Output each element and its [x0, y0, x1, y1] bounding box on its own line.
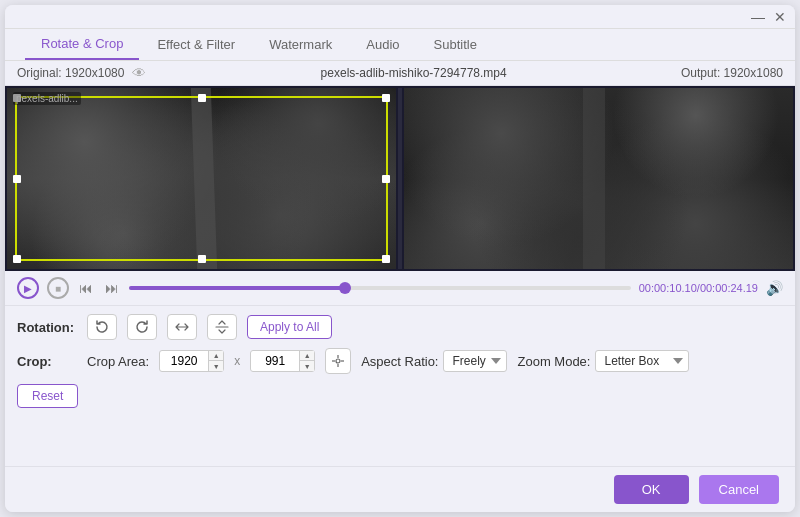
seek-progress — [129, 286, 345, 290]
x-separator: x — [234, 354, 240, 368]
tab-rotate-crop[interactable]: Rotate & Crop — [25, 29, 139, 60]
rotation-label: Rotation: — [17, 320, 77, 335]
zoom-mode-group: Zoom Mode: Letter Box Pan & Scan Full Sc… — [517, 350, 689, 372]
rotate-left-button[interactable] — [87, 314, 117, 340]
crop-area-label: Crop Area: — [87, 354, 149, 369]
aspect-ratio-label: Aspect Ratio: — [361, 354, 438, 369]
crop-width-down[interactable]: ▼ — [209, 361, 223, 371]
stop-button[interactable]: ■ — [47, 277, 69, 299]
zoom-mode-select[interactable]: Letter Box Pan & Scan Full Screen — [595, 350, 689, 372]
cancel-button[interactable]: Cancel — [699, 475, 779, 504]
tab-watermark[interactable]: Watermark — [253, 30, 348, 59]
aspect-ratio-select[interactable]: Freely 16:9 4:3 1:1 — [443, 350, 507, 372]
apply-to-all-button[interactable]: Apply to All — [247, 315, 332, 339]
video-panel-left: pexels-adlib... — [7, 88, 396, 269]
time-current: 00:00:10.10 — [639, 282, 697, 294]
seek-bar[interactable] — [129, 286, 631, 290]
center-crop-button[interactable] — [325, 348, 351, 374]
crop-label: Crop: — [17, 354, 77, 369]
footer: OK Cancel — [5, 466, 795, 512]
crop-height-up[interactable]: ▲ — [300, 351, 314, 361]
volume-icon[interactable]: 🔊 — [766, 280, 783, 296]
center-icon — [331, 354, 345, 368]
rotate-right-icon — [135, 320, 149, 334]
playback-controls: ▶ ■ ⏮ ⏭ 00:00:10.10/00:00:24.19 🔊 — [5, 271, 795, 306]
ok-button[interactable]: OK — [614, 475, 689, 504]
tabs-bar: Rotate & Crop Effect & Filter Watermark … — [5, 29, 795, 61]
tab-subtitle[interactable]: Subtitle — [418, 30, 493, 59]
aspect-ratio-group: Aspect Ratio: Freely 16:9 4:3 1:1 — [361, 350, 507, 372]
settings-section: Rotation: Apply to All — [5, 306, 795, 466]
time-total: 00:00:24.19 — [700, 282, 758, 294]
flip-h-icon — [175, 320, 189, 334]
tab-effect-filter[interactable]: Effect & Filter — [141, 30, 251, 59]
time-display: 00:00:10.10/00:00:24.19 — [639, 282, 758, 294]
flip-vertical-button[interactable] — [207, 314, 237, 340]
crop-width-field[interactable]: ▲ ▼ — [159, 350, 224, 372]
play-button[interactable]: ▶ — [17, 277, 39, 299]
original-resolution: Original: 1920x1080 — [17, 66, 124, 80]
crop-height-down[interactable]: ▼ — [300, 361, 314, 371]
next-button[interactable]: ⏭ — [103, 280, 121, 296]
rotation-row: Rotation: Apply to All — [17, 314, 783, 340]
eye-icon[interactable]: 👁 — [132, 65, 146, 81]
video-panel-right — [404, 88, 793, 269]
flip-horizontal-button[interactable] — [167, 314, 197, 340]
tab-audio[interactable]: Audio — [350, 30, 415, 59]
crop-width-input[interactable] — [160, 354, 208, 368]
titlebar: — ✕ — [5, 5, 795, 29]
zoom-mode-label: Zoom Mode: — [517, 354, 590, 369]
rotate-left-icon — [95, 320, 109, 334]
crop-height-field[interactable]: ▲ ▼ — [250, 350, 315, 372]
main-window: — ✕ Rotate & Crop Effect & Filter Waterm… — [5, 5, 795, 512]
seek-thumb[interactable] — [339, 282, 351, 294]
crop-width-up[interactable]: ▲ — [209, 351, 223, 361]
minimize-button[interactable]: — — [751, 10, 765, 24]
prev-button[interactable]: ⏮ — [77, 280, 95, 296]
svg-point-0 — [336, 359, 340, 363]
video-area: pexels-adlib... — [5, 86, 795, 271]
flip-v-icon — [215, 320, 229, 334]
filename: pexels-adlib-mishiko-7294778.mp4 — [321, 66, 507, 80]
crop-row: Crop: Crop Area: ▲ ▼ x ▲ ▼ — [17, 348, 783, 374]
close-button[interactable]: ✕ — [773, 10, 787, 24]
output-resolution: Output: 1920x1080 — [681, 66, 783, 80]
info-bar: Original: 1920x1080 👁 pexels-adlib-mishi… — [5, 61, 795, 86]
reset-button[interactable]: Reset — [17, 384, 78, 408]
crop-height-input[interactable] — [251, 354, 299, 368]
video-divider — [398, 88, 402, 269]
rotate-right-button[interactable] — [127, 314, 157, 340]
video-left-label: pexels-adlib... — [13, 92, 81, 105]
